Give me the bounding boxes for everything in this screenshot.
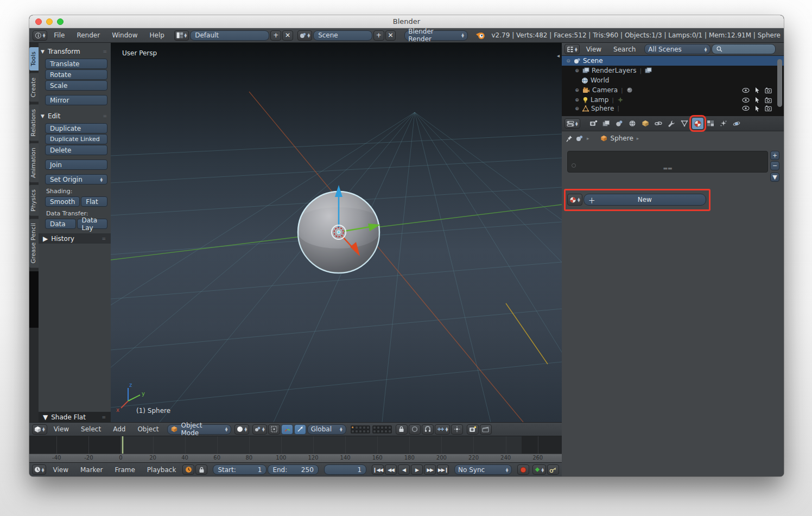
browse-material-dropdown[interactable]: ▲▼ (567, 194, 582, 206)
context-scene-icon[interactable] (576, 135, 583, 142)
snap-toggle[interactable] (422, 424, 434, 435)
scale-button[interactable]: Scale (45, 80, 107, 91)
renderability-camera-icon[interactable] (765, 105, 772, 111)
expand-icon[interactable]: ⊕ (574, 97, 580, 103)
data-transfer-data-button[interactable]: Data (45, 219, 76, 229)
delete-scene-button[interactable]: ✕ (385, 30, 396, 41)
outliner-row-renderlayers[interactable]: ⊕ RenderLayers | (562, 66, 784, 75)
tab-animation[interactable]: Animation (29, 143, 39, 182)
manipulator-translate-toggle[interactable] (294, 424, 306, 435)
outliner-row-scene[interactable]: ⊖ Scene (562, 56, 784, 66)
menu-file[interactable]: File (48, 31, 70, 39)
insert-keyframe-button[interactable] (547, 464, 559, 475)
tab-constraints[interactable] (653, 118, 664, 129)
menu-frame[interactable]: Frame (109, 466, 140, 474)
outliner-row-camera[interactable]: ⊕ Camera | (562, 85, 784, 95)
tab-particles[interactable] (718, 118, 729, 129)
add-scene-button[interactable]: + (373, 30, 384, 41)
outliner-scrollbar[interactable] (777, 59, 782, 107)
expand-icon[interactable]: ⊕ (574, 106, 580, 111)
editor-type-timeline-selector[interactable]: ▲▼ (32, 464, 46, 475)
tab-render-layers[interactable] (601, 118, 612, 129)
shade-smooth-button[interactable]: Smooth (45, 196, 80, 207)
tab-create[interactable]: Create (29, 73, 39, 102)
layers-widget[interactable] (351, 425, 392, 434)
render-opengl-anim-button[interactable] (480, 424, 492, 435)
visibility-eye-icon[interactable] (742, 88, 750, 93)
translate-button[interactable]: Translate (45, 59, 107, 69)
scene-name-field[interactable]: Scene (313, 30, 372, 41)
lock-to-scene-toggle[interactable] (396, 424, 408, 435)
pivot-align-toggle[interactable] (268, 424, 280, 435)
screen-layout-selector[interactable]: ▲▼ (174, 30, 189, 41)
tab-grease-pencil[interactable]: Grease Pencil (29, 219, 39, 267)
rotate-button[interactable]: Rotate (45, 69, 107, 80)
shade-flat-button[interactable]: Flat (81, 196, 107, 207)
current-frame-marker[interactable] (122, 436, 123, 454)
material-slot-list[interactable]: ▬▬ (567, 151, 768, 173)
proportional-edit-dropdown[interactable] (409, 424, 421, 435)
jump-to-end-button[interactable]: ▶▶❙ (437, 464, 449, 475)
outliner-row-lamp[interactable]: ⊕ Lamp | (562, 95, 784, 105)
sync-dropdown[interactable]: No Sync ▲▼ (454, 464, 512, 475)
tab-world[interactable] (627, 118, 638, 129)
pin-icon[interactable] (566, 135, 573, 142)
tab-scene[interactable] (614, 118, 625, 129)
outliner-search-input[interactable] (712, 44, 776, 54)
panel-header-transform[interactable]: ▼Transform≡ (41, 46, 107, 56)
tab-relations[interactable]: Relations (29, 105, 39, 141)
scene-selector[interactable]: ▲▼ (297, 30, 312, 41)
delete-button[interactable]: Delete (45, 145, 107, 155)
join-button[interactable]: Join (45, 160, 107, 170)
selectability-cursor-icon[interactable] (754, 97, 760, 103)
layer-grid-right[interactable] (372, 425, 392, 434)
menu-view-outliner[interactable]: View (581, 46, 607, 53)
tab-texture[interactable] (705, 118, 716, 129)
jump-to-start-button[interactable]: ❙◀◀ (372, 464, 384, 475)
menu-playback[interactable]: Playback (142, 466, 182, 474)
prev-keyframe-button[interactable]: ◀◀ (385, 464, 397, 475)
collapse-icon[interactable]: ⊖ (565, 58, 572, 63)
render-opengl-button[interactable] (467, 424, 479, 435)
keying-set-dropdown[interactable]: ▲▼ (532, 464, 546, 475)
play-reverse-button[interactable]: ◀ (398, 464, 410, 475)
menu-select[interactable]: Select (75, 425, 106, 433)
renderability-camera-icon[interactable] (765, 87, 772, 93)
new-material-button[interactable]: ＋ New (583, 194, 706, 206)
snap-peel-toggle[interactable] (451, 424, 463, 435)
delete-layout-button[interactable]: ✕ (282, 30, 293, 41)
panel-header-edit[interactable]: ▼Edit≡ (41, 111, 107, 121)
end-frame-field[interactable]: End: 250 (268, 464, 318, 475)
timeline-frames[interactable]: -40-200204060801001201401601802002202402… (29, 436, 562, 462)
layer-grid-left[interactable] (351, 425, 370, 434)
next-keyframe-button[interactable]: ▶▶ (424, 464, 436, 475)
list-resize-grip[interactable]: ▬▬ (663, 165, 672, 171)
editor-type-outliner-selector[interactable]: ▲▼ (564, 44, 580, 54)
tab-physics[interactable]: Physics (29, 185, 39, 216)
viewport-3d[interactable]: z y x User Persp (1) Sphere ◂ (111, 43, 562, 422)
add-material-slot-button[interactable]: + (770, 151, 779, 160)
record-button[interactable] (517, 464, 529, 475)
outliner-row-sphere[interactable]: ⊕ Sphere | (562, 105, 784, 112)
tab-physics[interactable] (731, 118, 743, 129)
layout-name-field[interactable]: Default (190, 30, 269, 41)
tab-object-data[interactable] (679, 118, 690, 129)
editor-type-info-selector[interactable]: ▲▼ (33, 30, 47, 41)
panel-header-history[interactable]: ▶History≡ (39, 233, 111, 244)
data-transfer-layout-button[interactable]: Data Lay (77, 219, 108, 229)
tab-modifiers[interactable] (666, 118, 677, 129)
menu-marker[interactable]: Marker (75, 466, 108, 474)
start-frame-field[interactable]: Start: 1 (213, 464, 267, 475)
breadcrumb-object-name[interactable]: Sphere (611, 135, 633, 142)
lock-frame-range-toggle[interactable] (195, 464, 207, 475)
editor-type-3dview-selector[interactable]: ▲▼ (32, 424, 47, 435)
selectability-cursor-icon[interactable] (754, 105, 760, 112)
mode-dropdown[interactable]: Object Mode ▲▼ (167, 424, 231, 435)
current-frame-field[interactable]: 1 (324, 464, 366, 475)
use-preview-range-toggle[interactable] (182, 464, 194, 475)
remove-material-slot-button[interactable]: − (770, 161, 779, 170)
editor-type-properties-selector[interactable]: ▲▼ (564, 118, 580, 129)
snap-element-dropdown[interactable]: ▲▼ (435, 424, 451, 435)
menu-render[interactable]: Render (71, 31, 105, 39)
renderability-camera-icon[interactable] (765, 97, 772, 103)
